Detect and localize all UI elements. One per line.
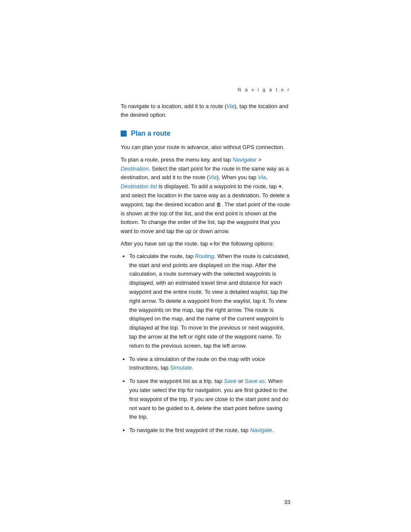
intro-paragraph: To navigate to a location, add it to a r… xyxy=(121,102,290,120)
navigator-link: Navigator xyxy=(233,156,257,163)
plus-symbol: + xyxy=(278,183,282,190)
via-link-1: Via xyxy=(209,174,217,180)
destination-list-link: Destination list xyxy=(121,183,157,190)
simulate-link: Simulate xyxy=(170,364,192,371)
para1: To plan a route, press the menu key, and… xyxy=(121,156,290,236)
section-icon xyxy=(121,131,127,137)
bullet-item-1: To calculate the route, tap Routing. Whe… xyxy=(129,252,290,351)
page-number: 33 xyxy=(284,498,290,507)
bullet-item-2: To view a simulation of the route on the… xyxy=(129,355,290,373)
intro-via-link: Via xyxy=(227,103,235,109)
chapter-title: N a v i g a t o r xyxy=(121,86,290,93)
bullet-list: To calculate the route, tap Routing. Whe… xyxy=(129,252,290,435)
header-area: N a v i g a t o r xyxy=(0,0,411,93)
bullet-item-3: To save the waypoint list as a trip, tap… xyxy=(129,377,290,422)
section-heading: Plan a route xyxy=(121,128,290,139)
bullet-item-4: To navigate to the first waypoint of the… xyxy=(129,426,290,435)
routing-link: Routing xyxy=(195,253,214,259)
trash-icon: 🗑 xyxy=(216,201,221,209)
destination-link: Destination xyxy=(121,165,149,172)
save-link: Save xyxy=(224,378,237,384)
save-as-link: Save as xyxy=(245,378,265,384)
para2: After you have set up the route, tap ≡ f… xyxy=(121,240,290,249)
content-area: To navigate to a location, add it to a r… xyxy=(0,102,411,436)
section-title: Plan a route xyxy=(131,128,171,139)
via-link-2: Via xyxy=(258,174,266,180)
page-container: N a v i g a t o r To navigate to a locat… xyxy=(0,0,411,532)
navigate-link: Navigate xyxy=(250,427,272,433)
section-subtitle: You can plan your route in advance, also… xyxy=(121,143,290,152)
